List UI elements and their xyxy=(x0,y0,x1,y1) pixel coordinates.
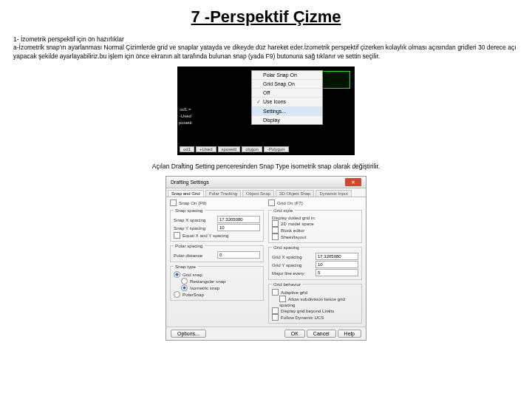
tab[interactable]: sposetti xyxy=(218,146,241,152)
left-labels: od1 = -Used posetti xyxy=(179,107,192,127)
input-polar-distance[interactable] xyxy=(217,251,260,259)
menu-item-polar-snap-on[interactable]: Polar Snap On xyxy=(252,71,322,80)
input-major-line[interactable] xyxy=(316,269,358,276)
radio-rectangular-snap[interactable]: Rectangular snap xyxy=(181,279,226,284)
group-grid-style: Grid style Display dotted grid in: 2D mo… xyxy=(268,208,362,243)
menu-item-grid-snap-on[interactable]: Grid Snap On xyxy=(252,80,322,89)
menu-item-settings[interactable]: Settings... xyxy=(252,107,322,116)
checkbox-allow-subdivision[interactable]: Allow subdivision below grid spacing xyxy=(279,296,345,308)
checkbox-block-editor[interactable]: Block editor xyxy=(272,228,304,233)
label-polar-distance: Polar distance xyxy=(174,253,202,258)
input-snap-y[interactable] xyxy=(217,224,260,231)
input-grid-y[interactable] xyxy=(316,261,358,268)
tab-object-snap[interactable]: Object Snap xyxy=(242,190,274,197)
legend: Grid spacing xyxy=(272,245,301,250)
line-2: a-İzometrik snap'ın ayarlanması Normal Ç… xyxy=(13,44,519,61)
input-snap-x[interactable] xyxy=(217,216,260,223)
close-icon[interactable]: ✕ xyxy=(345,178,361,186)
tab-3d-object-snap[interactable]: 3D Object Snap xyxy=(276,190,314,197)
radio-polarsnap[interactable]: PolarSnap xyxy=(174,292,204,297)
menu-item-off[interactable]: Off xyxy=(252,89,322,98)
side-label: posetti xyxy=(179,120,192,125)
dialog-title: Drafting Settings xyxy=(171,180,209,185)
group-polar-spacing: Polar spacing Polar distance xyxy=(170,243,264,262)
page-title: 7 -Perspektif Çizme xyxy=(0,7,532,27)
dialog-titlebar: Drafting Settings ✕ xyxy=(166,177,366,188)
tab-dynamic-input[interactable]: Dynamic Input xyxy=(316,190,351,197)
radio-isometric-snap[interactable]: Isometric snap xyxy=(181,285,219,290)
figure-context-menu: od1 = -Used posetti Polar Snap On Grid S… xyxy=(177,66,355,155)
bottom-tabs: od1 +Used sposetti olygon -Polygon xyxy=(180,146,289,152)
tab-polar-tracking[interactable]: Polar Tracking xyxy=(205,190,241,197)
checkbox-beyond-limits[interactable]: Display grid beyond Limits xyxy=(272,308,338,313)
line-1: 1- İzometrik perspektif için ön hazırlık… xyxy=(13,35,519,44)
figure-caption: Açılan Drafting Setting penceresinden Sn… xyxy=(0,163,532,170)
checkbox-follow-ucs[interactable]: Follow Dynamic UCS xyxy=(272,315,324,320)
drafting-settings-dialog: Drafting Settings ✕ Snap and Grid Polar … xyxy=(166,176,366,341)
help-button[interactable]: Help xyxy=(338,330,361,338)
side-label: -Used xyxy=(179,114,192,118)
menu-item-use-icons[interactable]: Use Icons xyxy=(252,98,322,107)
label-grid-x: Grid X spacing xyxy=(272,254,302,259)
group-snap-type: Snap type Grid snap Rectangular snap Iso… xyxy=(170,264,264,301)
legend: Polar spacing xyxy=(174,243,205,248)
dialog-footer: Options... OK Cancel Help xyxy=(166,327,366,340)
label-snap-x: Snap X spacing xyxy=(174,217,205,222)
label-major-line: Major line every: xyxy=(272,270,305,276)
checkbox-grid-on[interactable]: Grid On (F7) xyxy=(268,200,303,205)
tab[interactable]: -Polygon xyxy=(264,146,289,152)
input-grid-x[interactable] xyxy=(316,253,358,260)
checkbox-2d-model[interactable]: 2D model space xyxy=(272,221,314,226)
tab[interactable]: od1 xyxy=(180,146,194,152)
checkbox-adaptive-grid[interactable]: Adaptive grid xyxy=(272,290,311,295)
viewport-green-box xyxy=(322,71,350,89)
label-grid-style: Display dotted grid in: xyxy=(272,215,358,220)
options-button[interactable]: Options... xyxy=(171,330,206,338)
checkbox-snap-on[interactable]: Snap On (F9) xyxy=(170,200,207,205)
snap-context-menu[interactable]: Polar Snap On Grid Snap On Off Use Icons… xyxy=(251,70,323,125)
tab[interactable]: +Used xyxy=(196,146,216,152)
label-snap-y: Snap Y spacing xyxy=(174,225,205,231)
legend: Snap spacing xyxy=(174,208,205,213)
checkbox-equal-xy[interactable]: Equal X and Y spacing xyxy=(174,233,228,238)
cancel-button[interactable]: Cancel xyxy=(307,330,336,338)
group-grid-behavior: Grid behavior Adaptive grid Allow subdiv… xyxy=(268,282,362,324)
legend: Snap type xyxy=(174,264,197,269)
intro-paragraph: 1- İzometrik perspektif için ön hazırlık… xyxy=(0,35,532,61)
side-label: od1 = xyxy=(179,107,192,112)
legend: Grid behavior xyxy=(272,282,302,287)
label-grid-y: Grid Y spacing xyxy=(272,262,301,267)
menu-item-display[interactable]: Display xyxy=(252,116,322,124)
group-snap-spacing: Snap spacing Snap X spacing Snap Y spaci… xyxy=(170,208,264,242)
radio-grid-snap[interactable]: Grid snap xyxy=(174,272,202,277)
dialog-tabs: Snap and Grid Polar Tracking Object Snap… xyxy=(166,188,366,197)
checkbox-sheet-layout[interactable]: Sheet/layout xyxy=(272,234,306,239)
legend: Grid style xyxy=(272,208,294,213)
group-grid-spacing: Grid spacing Grid X spacing Grid Y spaci… xyxy=(268,245,362,280)
tab[interactable]: olygon xyxy=(242,146,262,152)
ok-button[interactable]: OK xyxy=(284,330,305,338)
tab-snap-and-grid[interactable]: Snap and Grid xyxy=(168,190,204,197)
